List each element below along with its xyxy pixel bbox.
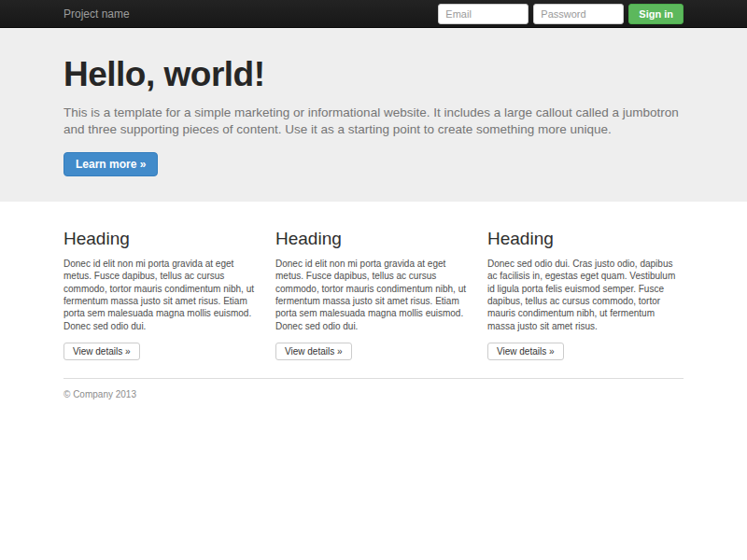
hero-title: Hello, world! (63, 57, 684, 93)
column-heading: Heading (63, 229, 260, 249)
email-field[interactable] (438, 4, 529, 24)
marketing-column-3: Heading Donec sed odio dui. Cras justo o… (487, 229, 684, 360)
navbar: Project name Sign in (0, 0, 747, 28)
copyright-text: © Company 2013 (63, 389, 684, 399)
learn-more-button[interactable]: Learn more » (63, 152, 158, 176)
navbar-brand[interactable]: Project name (63, 7, 130, 21)
password-field[interactable] (533, 4, 624, 24)
hero-description: This is a template for a simple marketin… (63, 105, 684, 138)
footer: © Company 2013 (63, 378, 684, 399)
column-body-text: Donec id elit non mi porta gravida at eg… (275, 258, 472, 332)
column-body-text: Donec id elit non mi porta gravida at eg… (63, 258, 260, 332)
view-details-button-2[interactable]: View details » (275, 343, 352, 360)
signin-form: Sign in (438, 4, 684, 24)
view-details-button-1[interactable]: View details » (63, 343, 140, 360)
marketing-column-2: Heading Donec id elit non mi porta gravi… (275, 229, 472, 360)
marketing-section: Heading Donec id elit non mi porta gravi… (63, 229, 684, 399)
column-heading: Heading (275, 229, 472, 249)
jumbotron: Hello, world! This is a template for a s… (0, 28, 747, 202)
column-heading: Heading (487, 229, 684, 249)
marketing-column-1: Heading Donec id elit non mi porta gravi… (63, 229, 260, 360)
sign-in-button[interactable]: Sign in (628, 4, 684, 24)
footer-divider (63, 378, 684, 379)
view-details-button-3[interactable]: View details » (487, 343, 564, 360)
column-body-text: Donec sed odio dui. Cras justo odio, dap… (487, 258, 684, 332)
